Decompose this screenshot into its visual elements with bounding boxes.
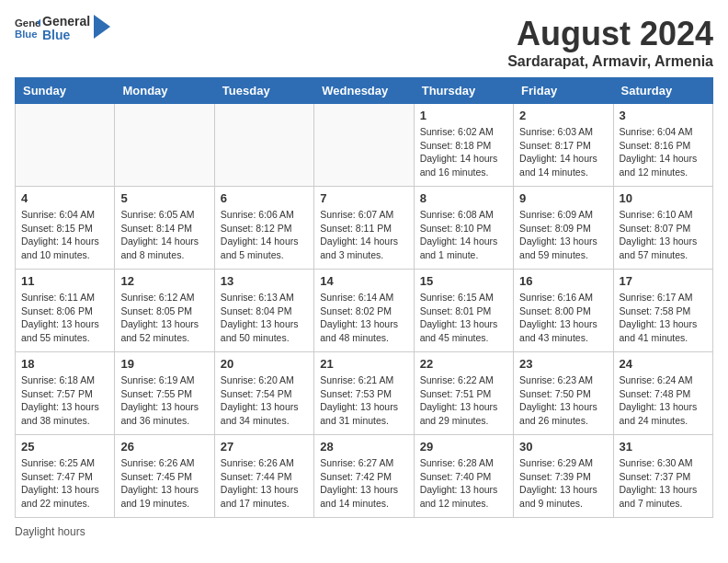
page-header: General Blue General Blue August 2024 Sa… xyxy=(15,15,713,70)
day-number: 24 xyxy=(620,357,707,371)
calendar-cell: 21Sunrise: 6:21 AM Sunset: 7:53 PM Dayli… xyxy=(314,352,414,435)
header-row: SundayMondayTuesdayWednesdayThursdayFrid… xyxy=(16,78,713,104)
day-number: 22 xyxy=(420,357,507,371)
day-number: 9 xyxy=(519,191,607,205)
day-info: Sunrise: 6:20 AM Sunset: 7:54 PM Dayligh… xyxy=(221,373,308,428)
day-info: Sunrise: 6:23 AM Sunset: 7:50 PM Dayligh… xyxy=(519,373,607,428)
calendar-cell: 8Sunrise: 6:08 AM Sunset: 8:10 PM Daylig… xyxy=(414,187,513,270)
calendar-cell: 14Sunrise: 6:14 AM Sunset: 8:02 PM Dayli… xyxy=(314,270,414,352)
header-cell-wednesday: Wednesday xyxy=(314,78,414,104)
day-number: 27 xyxy=(221,440,308,454)
day-number: 21 xyxy=(320,357,407,371)
calendar-week-4: 18Sunrise: 6:18 AM Sunset: 7:57 PM Dayli… xyxy=(16,352,713,435)
calendar-cell: 28Sunrise: 6:27 AM Sunset: 7:42 PM Dayli… xyxy=(314,435,414,518)
day-number: 28 xyxy=(320,440,407,454)
day-number: 19 xyxy=(120,357,208,371)
logo-icon: General Blue xyxy=(15,16,40,41)
day-number: 20 xyxy=(221,357,308,371)
calendar-cell: 24Sunrise: 6:24 AM Sunset: 7:48 PM Dayli… xyxy=(613,352,712,435)
day-number: 12 xyxy=(120,274,208,288)
calendar-header: SundayMondayTuesdayWednesdayThursdayFrid… xyxy=(16,78,713,104)
day-info: Sunrise: 6:19 AM Sunset: 7:55 PM Dayligh… xyxy=(120,373,208,428)
calendar-cell: 29Sunrise: 6:28 AM Sunset: 7:40 PM Dayli… xyxy=(414,435,513,518)
day-number: 25 xyxy=(21,440,108,454)
day-number: 1 xyxy=(420,109,507,122)
day-info: Sunrise: 6:30 AM Sunset: 7:37 PM Dayligh… xyxy=(620,456,707,511)
day-info: Sunrise: 6:26 AM Sunset: 7:44 PM Dayligh… xyxy=(221,456,308,511)
day-number: 16 xyxy=(519,274,607,288)
day-number: 10 xyxy=(620,191,707,205)
svg-text:Blue: Blue xyxy=(15,29,38,40)
day-info: Sunrise: 6:14 AM Sunset: 8:02 PM Dayligh… xyxy=(320,291,407,345)
day-info: Sunrise: 6:10 AM Sunset: 8:07 PM Dayligh… xyxy=(620,208,707,262)
day-number: 8 xyxy=(420,191,507,205)
calendar-cell: 18Sunrise: 6:18 AM Sunset: 7:57 PM Dayli… xyxy=(16,352,115,435)
day-number: 2 xyxy=(519,109,607,122)
month-year-title: August 2024 xyxy=(507,15,713,53)
day-info: Sunrise: 6:27 AM Sunset: 7:42 PM Dayligh… xyxy=(320,456,407,511)
day-number: 17 xyxy=(620,274,707,288)
day-number: 30 xyxy=(519,440,607,454)
day-number: 5 xyxy=(120,191,208,205)
day-info: Sunrise: 6:04 AM Sunset: 8:15 PM Dayligh… xyxy=(21,208,108,262)
header-cell-monday: Monday xyxy=(115,78,214,104)
calendar-cell: 3Sunrise: 6:04 AM Sunset: 8:16 PM Daylig… xyxy=(613,104,712,187)
calendar-cell: 31Sunrise: 6:30 AM Sunset: 7:37 PM Dayli… xyxy=(613,435,712,518)
day-number: 31 xyxy=(620,440,707,454)
day-number: 6 xyxy=(221,191,308,205)
day-info: Sunrise: 6:24 AM Sunset: 7:48 PM Dayligh… xyxy=(620,373,707,428)
header-cell-saturday: Saturday xyxy=(613,78,712,104)
header-cell-thursday: Thursday xyxy=(414,78,513,104)
calendar-cell: 22Sunrise: 6:22 AM Sunset: 7:51 PM Dayli… xyxy=(414,352,513,435)
calendar-week-2: 4Sunrise: 6:04 AM Sunset: 8:15 PM Daylig… xyxy=(16,187,713,270)
calendar-cell: 17Sunrise: 6:17 AM Sunset: 7:58 PM Dayli… xyxy=(613,270,712,352)
calendar-cell: 2Sunrise: 6:03 AM Sunset: 8:17 PM Daylig… xyxy=(514,104,613,187)
calendar-cell: 10Sunrise: 6:10 AM Sunset: 8:07 PM Dayli… xyxy=(613,187,712,270)
calendar-table: SundayMondayTuesdayWednesdayThursdayFrid… xyxy=(15,77,713,518)
legend: Daylight hours xyxy=(15,525,713,538)
header-cell-tuesday: Tuesday xyxy=(214,78,313,104)
day-info: Sunrise: 6:07 AM Sunset: 8:11 PM Dayligh… xyxy=(320,208,407,262)
calendar-cell: 11Sunrise: 6:11 AM Sunset: 8:06 PM Dayli… xyxy=(16,270,115,352)
day-info: Sunrise: 6:28 AM Sunset: 7:40 PM Dayligh… xyxy=(420,456,507,511)
day-info: Sunrise: 6:04 AM Sunset: 8:16 PM Dayligh… xyxy=(620,125,707,179)
logo-blue-text: Blue xyxy=(42,29,90,42)
day-number: 26 xyxy=(120,440,208,454)
day-info: Sunrise: 6:03 AM Sunset: 8:17 PM Dayligh… xyxy=(519,125,607,179)
title-block: August 2024 Sardarapat, Armavir, Armenia xyxy=(507,15,713,70)
calendar-cell: 23Sunrise: 6:23 AM Sunset: 7:50 PM Dayli… xyxy=(514,352,613,435)
daylight-label: Daylight hours xyxy=(15,525,85,538)
calendar-cell: 4Sunrise: 6:04 AM Sunset: 8:15 PM Daylig… xyxy=(16,187,115,270)
day-info: Sunrise: 6:08 AM Sunset: 8:10 PM Dayligh… xyxy=(420,208,507,262)
svg-marker-3 xyxy=(94,15,110,39)
day-info: Sunrise: 6:12 AM Sunset: 8:05 PM Dayligh… xyxy=(120,291,208,345)
logo-general-text: General xyxy=(42,15,90,29)
day-number: 18 xyxy=(21,357,108,371)
calendar-cell: 12Sunrise: 6:12 AM Sunset: 8:05 PM Dayli… xyxy=(115,270,214,352)
day-info: Sunrise: 6:17 AM Sunset: 7:58 PM Dayligh… xyxy=(620,291,707,345)
calendar-week-1: 1Sunrise: 6:02 AM Sunset: 8:18 PM Daylig… xyxy=(16,104,713,187)
calendar-cell: 9Sunrise: 6:09 AM Sunset: 8:09 PM Daylig… xyxy=(514,187,613,270)
day-number: 29 xyxy=(420,440,507,454)
day-number: 4 xyxy=(21,191,108,205)
calendar-cell: 30Sunrise: 6:29 AM Sunset: 7:39 PM Dayli… xyxy=(514,435,613,518)
calendar-cell: 7Sunrise: 6:07 AM Sunset: 8:11 PM Daylig… xyxy=(314,187,414,270)
calendar-cell xyxy=(214,104,313,187)
day-number: 15 xyxy=(420,274,507,288)
day-info: Sunrise: 6:26 AM Sunset: 7:45 PM Dayligh… xyxy=(120,456,208,511)
day-number: 3 xyxy=(620,109,707,122)
calendar-cell xyxy=(314,104,414,187)
day-info: Sunrise: 6:11 AM Sunset: 8:06 PM Dayligh… xyxy=(21,291,108,345)
logo-arrow-icon xyxy=(94,15,110,39)
calendar-week-3: 11Sunrise: 6:11 AM Sunset: 8:06 PM Dayli… xyxy=(16,270,713,352)
day-info: Sunrise: 6:05 AM Sunset: 8:14 PM Dayligh… xyxy=(120,208,208,262)
logo: General Blue General Blue xyxy=(15,15,110,43)
day-info: Sunrise: 6:25 AM Sunset: 7:47 PM Dayligh… xyxy=(21,456,108,511)
calendar-cell: 26Sunrise: 6:26 AM Sunset: 7:45 PM Dayli… xyxy=(115,435,214,518)
day-info: Sunrise: 6:06 AM Sunset: 8:12 PM Dayligh… xyxy=(221,208,308,262)
day-number: 23 xyxy=(519,357,607,371)
day-info: Sunrise: 6:09 AM Sunset: 8:09 PM Dayligh… xyxy=(519,208,607,262)
svg-text:General: General xyxy=(15,18,40,29)
day-info: Sunrise: 6:18 AM Sunset: 7:57 PM Dayligh… xyxy=(21,373,108,428)
day-number: 7 xyxy=(320,191,407,205)
